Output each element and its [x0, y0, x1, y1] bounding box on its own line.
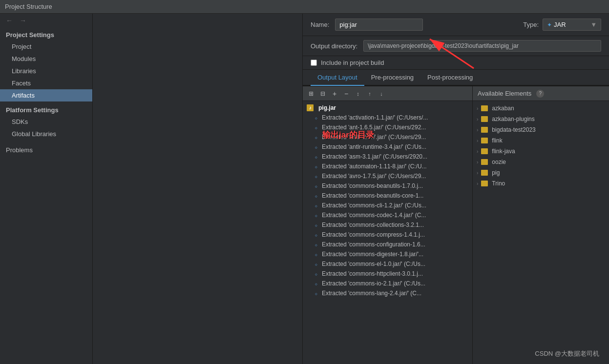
tab-pre-processing[interactable]: Pre-processing	[364, 70, 420, 86]
avail-item-trino[interactable]: ›Trino	[473, 178, 609, 189]
detail-header-area: Name: Type: ✦ JAR ▼ Output directory: \j…	[303, 14, 609, 86]
sidebar-item-modules[interactable]: Modules	[0, 53, 92, 65]
avail-item-pig[interactable]: ›pig	[473, 167, 609, 178]
sidebar: ← → Project Settings Project Modules Lib…	[0, 14, 93, 364]
extracted-icon: ⬦	[315, 290, 318, 296]
output-layout-panel: ⊞ ⊟ + − ↕ ↑ ↓ Jpig.jar⬦Extracted 'activa…	[303, 86, 472, 364]
avail-item-flink-java[interactable]: ›flink-java	[473, 146, 609, 157]
tree-item-7[interactable]: ⬦Extracted 'avro-1.7.5.jar/' (C:/Users/2…	[303, 171, 472, 181]
extracted-icon: ⬦	[315, 271, 318, 277]
tree-item-10[interactable]: ⬦Extracted 'commons-cli-1.2.jar/' (C:/Us…	[303, 201, 472, 210]
folder-icon	[481, 181, 488, 186]
remove-artifact-button[interactable]: −	[109, 17, 120, 28]
type-select[interactable]: ✦ JAR ▼	[543, 19, 601, 31]
tree-item-9[interactable]: ⬦Extracted 'commons-beanutils-core-1...	[303, 191, 472, 201]
extracted-icon: ⬦	[315, 154, 318, 160]
add-artifact-button[interactable]: +	[97, 17, 107, 28]
layout-btn-down[interactable]: ↓	[376, 88, 387, 99]
detail-name-row: Name: Type: ✦ JAR ▼	[303, 14, 609, 36]
layout-btn-add[interactable]: +	[329, 88, 340, 99]
sidebar-item-facets[interactable]: Facets	[0, 77, 92, 89]
extracted-icon: ⬦	[315, 173, 318, 179]
tree-item-1[interactable]: ⬦Extracted 'activation-1.1.jar/' (C:/Use…	[303, 113, 472, 122]
include-in-build-checkbox[interactable]	[311, 60, 317, 66]
output-tree: Jpig.jar⬦Extracted 'activation-1.1.jar/'…	[303, 101, 472, 364]
tree-item-12[interactable]: ⬦Extracted 'commons-collections-3.2.1...	[303, 220, 472, 230]
folder-icon	[481, 116, 488, 122]
tree-item-13[interactable]: ⬦Extracted 'commons-compress-1.4.1.j...	[303, 230, 472, 240]
chevron-icon: ›	[477, 149, 478, 154]
right-panel: + − ⧉ J pig:jar Name: Type: ✦	[93, 14, 609, 364]
avail-item-label: azkaban	[492, 105, 514, 112]
tree-item-19[interactable]: ⬦Extracted 'commons-lang-2.4.jar/' (C...	[303, 288, 472, 298]
sidebar-item-global-libraries[interactable]: Global Libraries	[0, 128, 92, 140]
folder-icon	[481, 138, 488, 143]
avail-item-label: azkaban-plugins	[492, 116, 534, 122]
extracted-icon: ⬦	[315, 281, 318, 286]
tree-item-8[interactable]: ⬦Extracted 'commons-beanutils-1.7.0.j...	[303, 181, 472, 191]
type-label: Type:	[523, 21, 539, 28]
layout-btn-sort[interactable]: ↕	[353, 88, 363, 99]
layout-btn-up[interactable]: ↑	[364, 88, 375, 99]
tree-item-4[interactable]: ⬦Extracted 'antlr-runtime-3.4.jar/' (C:/…	[303, 142, 472, 152]
tree-item-6[interactable]: ⬦Extracted 'automaton-1.11-8.jar/' (C:/U…	[303, 162, 472, 171]
artifact-toolbar: + − ⧉	[93, 14, 302, 31]
avail-item-flink[interactable]: ›flink	[473, 135, 609, 146]
project-settings-header: Project Settings	[0, 27, 92, 40]
forward-arrow[interactable]: →	[18, 16, 28, 25]
avail-item-bigdata-test2023[interactable]: ›bigdata-test2023	[473, 124, 609, 135]
tree-item-11[interactable]: ⬦Extracted 'commons-codec-1.4.jar/' (C..…	[303, 210, 472, 220]
extracted-icon: ⬦	[315, 115, 318, 121]
avail-item-azkaban[interactable]: ›azkaban	[473, 103, 609, 114]
available-tree: ›azkaban›azkaban-plugins›bigdata-test202…	[473, 101, 609, 364]
extracted-icon: ⬦	[315, 261, 318, 267]
tab-output-layout[interactable]: Output Layout	[311, 70, 364, 86]
sidebar-item-problems[interactable]: Problems	[0, 144, 92, 156]
artifact-item-pig-jar[interactable]: J pig:jar	[93, 31, 302, 45]
tree-item-5[interactable]: ⬦Extracted 'asm-3.1.jar/' (C:/Users/2920…	[303, 152, 472, 162]
chevron-icon: ›	[477, 181, 478, 186]
output-dir-label: Output directory:	[311, 42, 357, 50]
tree-item-0[interactable]: Jpig.jar	[303, 103, 472, 113]
name-input[interactable]	[335, 19, 423, 31]
folder-icon	[481, 159, 488, 165]
available-elements-header: Available Elements ?	[473, 86, 609, 101]
tree-item-3[interactable]: ⬦Extracted 'antlr-2.7.7.jar/' (C:/Users/…	[303, 132, 472, 142]
available-help-icon[interactable]: ?	[536, 90, 544, 98]
chevron-icon: ›	[477, 160, 478, 165]
layout-btn-2[interactable]: ⊟	[317, 88, 328, 99]
avail-item-label: oozie	[492, 159, 506, 165]
layout-btn-1[interactable]: ⊞	[306, 88, 316, 99]
avail-item-label: pig	[492, 169, 500, 176]
extracted-icon: ⬦	[315, 212, 318, 218]
layout-btn-remove[interactable]: −	[341, 88, 352, 99]
sidebar-item-artifacts[interactable]: Artifacts	[0, 89, 92, 101]
artifact-list-section: + − ⧉ J pig:jar	[93, 14, 303, 86]
copy-artifact-button[interactable]: ⧉	[122, 17, 133, 28]
folder-icon	[481, 105, 488, 111]
tree-item-16[interactable]: ⬦Extracted 'commons-el-1.0.jar/' (C:/Us.…	[303, 259, 472, 269]
sidebar-item-sdks[interactable]: SDKs	[0, 116, 92, 128]
output-dir-value[interactable]: \java\maven-projecet\bigdata-test2023\ou…	[363, 40, 601, 52]
include-in-build-row: Include in project build	[303, 56, 609, 70]
extracted-icon: ⬦	[315, 144, 318, 150]
include-in-build-label: Include in project build	[321, 59, 384, 66]
avail-item-label: bigdata-test2023	[492, 126, 535, 133]
avail-item-label: flink	[492, 137, 502, 144]
title-bar: Project Structure	[0, 0, 609, 14]
sidebar-item-libraries[interactable]: Libraries	[0, 65, 92, 77]
tree-item-2[interactable]: ⬦Extracted 'ant-1.6.5.jar/' (C:/Users/29…	[303, 122, 472, 132]
tabs-row: Output Layout Pre-processing Post-proces…	[303, 70, 609, 86]
tree-item-15[interactable]: ⬦Extracted 'commons-digester-1.8.jar/'..…	[303, 249, 472, 259]
available-elements-title: Available Elements	[478, 90, 531, 97]
back-arrow[interactable]: ←	[4, 16, 15, 25]
tree-item-18[interactable]: ⬦Extracted 'commons-io-2.1.jar/' (C:/Us.…	[303, 279, 472, 288]
avail-item-oozie[interactable]: ›oozie	[473, 157, 609, 167]
avail-item-azkaban-plugins[interactable]: ›azkaban-plugins	[473, 114, 609, 124]
tree-item-14[interactable]: ⬦Extracted 'commons-configuration-1.6...	[303, 240, 472, 249]
sidebar-item-project[interactable]: Project	[0, 40, 92, 53]
tab-post-processing[interactable]: Post-processing	[420, 70, 480, 86]
extracted-icon: ⬦	[315, 251, 318, 257]
tree-item-17[interactable]: ⬦Extracted 'commons-httpclient-3.0.1.j..…	[303, 269, 472, 279]
avail-item-label: flink-java	[492, 148, 515, 155]
